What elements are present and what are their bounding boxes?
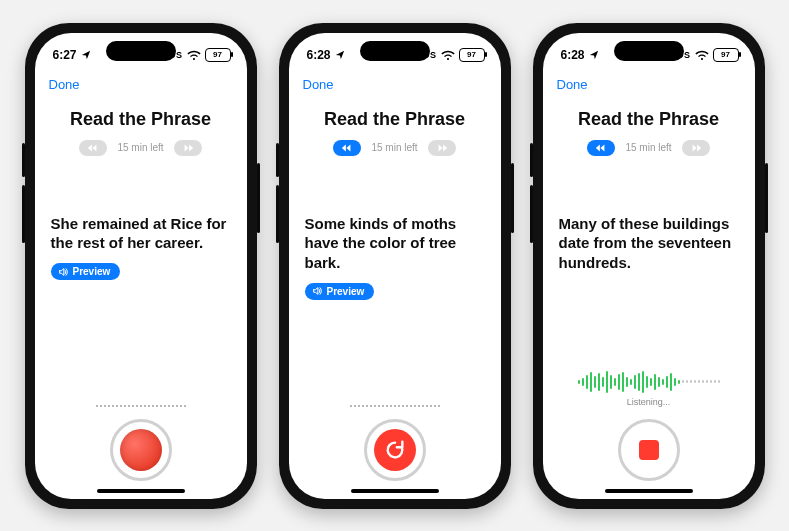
skip-forward-button[interactable] bbox=[174, 140, 202, 156]
time-left-label: 15 min left bbox=[625, 142, 671, 153]
done-button[interactable]: Done bbox=[49, 77, 80, 92]
home-indicator[interactable] bbox=[605, 489, 693, 493]
skip-back-button[interactable] bbox=[333, 140, 361, 156]
page-title: Read the Phrase bbox=[49, 109, 233, 130]
nav-bar: Done bbox=[543, 73, 755, 95]
phrase-text: She remained at Rice for the rest of her… bbox=[51, 214, 231, 254]
waveform-area: Listening... bbox=[543, 377, 755, 407]
screen: 6:28 SOS 97 Done Read the Phrase bbox=[543, 33, 755, 499]
battery-icon: 97 bbox=[713, 48, 739, 62]
nav-bar: Done bbox=[35, 73, 247, 95]
preview-button[interactable]: Preview bbox=[305, 283, 375, 300]
status-time: 6:28 bbox=[561, 48, 585, 62]
speaker-icon bbox=[312, 286, 322, 296]
skip-back-button[interactable] bbox=[587, 140, 615, 156]
wifi-icon bbox=[695, 50, 709, 60]
waveform-area bbox=[35, 377, 247, 407]
skip-back-button[interactable] bbox=[79, 140, 107, 156]
wifi-icon bbox=[187, 50, 201, 60]
speaker-icon bbox=[58, 267, 68, 277]
time-left-label: 15 min left bbox=[371, 142, 417, 153]
battery-icon: 97 bbox=[205, 48, 231, 62]
stop-icon bbox=[639, 440, 659, 460]
battery-icon: 97 bbox=[459, 48, 485, 62]
screen: 6:27 SOS 97 Done Read the Phrase bbox=[35, 33, 247, 499]
skip-forward-button[interactable] bbox=[428, 140, 456, 156]
wifi-icon bbox=[441, 50, 455, 60]
dynamic-island bbox=[360, 41, 430, 61]
listening-label: Listening... bbox=[627, 397, 671, 407]
screen: 6:28 SOS 97 Done Read the Phrase bbox=[289, 33, 501, 499]
done-button[interactable]: Done bbox=[303, 77, 334, 92]
location-arrow-icon bbox=[335, 50, 345, 60]
record-button[interactable] bbox=[110, 419, 172, 481]
home-indicator[interactable] bbox=[351, 489, 439, 493]
dynamic-island bbox=[106, 41, 176, 61]
listening-waveform-icon bbox=[578, 371, 720, 393]
phone-frame: 6:28 SOS 97 Done Read the Phrase bbox=[533, 23, 765, 509]
preview-label: Preview bbox=[327, 286, 365, 297]
skip-forward-button[interactable] bbox=[682, 140, 710, 156]
record-retry-button[interactable] bbox=[364, 419, 426, 481]
done-button[interactable]: Done bbox=[557, 77, 588, 92]
home-indicator[interactable] bbox=[97, 489, 185, 493]
preview-button[interactable]: Preview bbox=[51, 263, 121, 280]
phrase-text: Some kinds of moths have the color of tr… bbox=[305, 214, 485, 273]
phone-frame: 6:27 SOS 97 Done Read the Phrase bbox=[25, 23, 257, 509]
record-stop-button[interactable] bbox=[618, 419, 680, 481]
location-arrow-icon bbox=[589, 50, 599, 60]
record-start-icon bbox=[120, 429, 162, 471]
phrase-text: Many of these buildings date from the se… bbox=[559, 214, 739, 273]
idle-waveform-icon bbox=[96, 405, 186, 407]
location-arrow-icon bbox=[81, 50, 91, 60]
time-left-label: 15 min left bbox=[117, 142, 163, 153]
preview-label: Preview bbox=[73, 266, 111, 277]
page-title: Read the Phrase bbox=[303, 109, 487, 130]
waveform-area bbox=[289, 377, 501, 407]
status-time: 6:28 bbox=[307, 48, 331, 62]
status-time: 6:27 bbox=[53, 48, 77, 62]
dynamic-island bbox=[614, 41, 684, 61]
page-title: Read the Phrase bbox=[557, 109, 741, 130]
idle-waveform-icon bbox=[350, 405, 440, 407]
retry-icon bbox=[374, 429, 416, 471]
nav-bar: Done bbox=[289, 73, 501, 95]
phone-frame: 6:28 SOS 97 Done Read the Phrase bbox=[279, 23, 511, 509]
